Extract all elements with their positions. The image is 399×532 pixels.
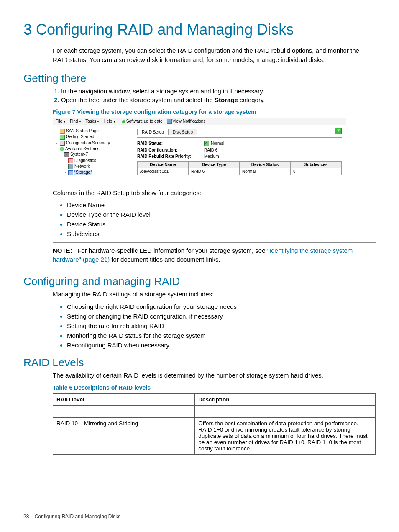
- main-panel: ? RAID Setup Disk Setup RAID Status:Norm…: [133, 125, 346, 182]
- status-dot-icon: [122, 120, 125, 123]
- tree-diagnostics[interactable]: Diagnostics: [68, 158, 131, 163]
- tree-network[interactable]: Network: [68, 164, 131, 169]
- tree-getting-started[interactable]: Getting Started: [60, 134, 131, 139]
- raid-levels-intro: The availability of certain RAID levels …: [53, 371, 376, 380]
- page-title: 3 Configuring RAID and Managing Disks: [23, 21, 376, 39]
- figure-7-screenshot: File ▾ Find ▾ Tasks ▾ Help ▾ Software up…: [53, 118, 346, 182]
- figure-7-caption: Figure 7 Viewing the storage configurati…: [53, 108, 376, 115]
- available-icon: [60, 147, 64, 151]
- device-table: Device Name Device Type Device Status Su…: [137, 161, 342, 175]
- summary-icon: [60, 141, 65, 146]
- raid-levels-table: RAID level Description RAID 10 – Mirrori…: [53, 393, 376, 455]
- table-row[interactable]: /dev/cciss/c0d1 RAID 6 Normal 8: [138, 168, 342, 175]
- section-raid-levels: RAID Levels: [23, 356, 376, 369]
- menu-file[interactable]: File ▾: [56, 119, 66, 123]
- tree-system-7[interactable]: System-7 Diagnostics Network Storage: [64, 152, 131, 175]
- menu-tasks[interactable]: Tasks ▾: [85, 119, 99, 123]
- col-device-name[interactable]: Device Name: [138, 161, 189, 168]
- system-icon: [64, 152, 69, 157]
- tree-available-systems[interactable]: Available Systems System-7 Diagnostics N…: [60, 146, 131, 175]
- col-device-status[interactable]: Device Status: [240, 161, 291, 168]
- raid-config-value: RAID 6: [204, 148, 217, 152]
- diagnostics-icon: [68, 158, 73, 163]
- help-icon[interactable]: ?: [335, 128, 342, 134]
- table-6-caption: Table 6 Descriptions of RAID levels: [53, 384, 376, 391]
- table-row: RAID 10 – Mirroring and Striping Offers …: [53, 417, 376, 454]
- list-item: Choosing the right RAID configuration fo…: [67, 303, 376, 310]
- raid-config-label: RAID Configuration:: [137, 148, 204, 152]
- network-icon: [68, 164, 73, 169]
- menu-help[interactable]: Help ▾: [104, 119, 115, 123]
- list-item: Setting the rate for rebuilding RAID: [67, 322, 376, 329]
- list-item: Subdevices: [67, 230, 376, 237]
- list-item: Device Status: [67, 221, 376, 228]
- nav-tree: SAN Status Page Getting Started Configur…: [53, 125, 133, 182]
- menu-find[interactable]: Find ▾: [70, 119, 81, 123]
- cell-subdevices: 8: [291, 168, 342, 175]
- note-text-a: For hardware-specific LED information fo…: [77, 247, 267, 254]
- tab-disk-setup[interactable]: Disk Setup: [168, 129, 197, 135]
- cell-device-status: Normal: [240, 168, 291, 175]
- cell-device-type: RAID 6: [189, 168, 240, 175]
- page-footer: 28 Configuring RAID and Managing Disks: [23, 514, 120, 519]
- note-label: NOTE:: [53, 247, 72, 254]
- section-configuring-raid: Configuring and managing RAID: [23, 275, 376, 288]
- view-notifications[interactable]: View Notifications: [167, 119, 206, 124]
- list-item: Monitoring the RAID status for the stora…: [67, 332, 376, 339]
- raid-priority-label: RAID Rebuild Rate Priority:: [137, 154, 204, 159]
- list-item: Setting or changing the RAID configurati…: [67, 313, 376, 320]
- tree-san-status[interactable]: SAN Status Page: [60, 129, 131, 134]
- getting-there-steps: In the navigation window, select a stora…: [53, 87, 376, 103]
- storage-icon: [68, 170, 73, 175]
- list-item: Device Name: [67, 201, 376, 208]
- raid-priority-value: Medium: [204, 154, 219, 159]
- cell-description: Offers the best combination of data prot…: [195, 417, 376, 454]
- col-raid-level: RAID level: [53, 393, 195, 405]
- raid-status-label: RAID Status:: [137, 141, 204, 146]
- table-row: [53, 405, 376, 417]
- configuring-intro: Managing the RAID settings of a storage …: [53, 290, 376, 299]
- section-getting-there: Getting there: [23, 72, 376, 85]
- list-item: Reconfiguring RAID when necessary: [67, 342, 376, 349]
- tab-raid-setup[interactable]: RAID Setup: [137, 129, 169, 135]
- intro-paragraph: For each storage system, you can select …: [53, 46, 376, 64]
- home-icon: [60, 129, 65, 134]
- tree-storage[interactable]: Storage: [68, 170, 131, 175]
- columns-list: Device Name Device Type or the RAID leve…: [53, 201, 376, 237]
- note-box: NOTE: For hardware-specific LED informat…: [53, 242, 376, 267]
- step-2-bold: Storage: [215, 96, 238, 103]
- configuring-list: Choosing the right RAID configuration fo…: [53, 303, 376, 349]
- software-status: Software up to date: [122, 119, 163, 123]
- page-number: 28: [23, 514, 29, 519]
- step-1: In the navigation window, select a stora…: [61, 87, 376, 95]
- col-device-type[interactable]: Device Type: [189, 161, 240, 168]
- notification-icon: [167, 119, 172, 124]
- menu-bar: File ▾ Find ▾ Tasks ▾ Help ▾ Software up…: [53, 118, 346, 125]
- columns-intro: Columns in the RAID Setup tab show four …: [53, 188, 376, 198]
- cell-device-name: /dev/cciss/c0d1: [138, 168, 189, 175]
- start-icon: [60, 135, 65, 140]
- note-text-b: for document titles and document links.: [110, 256, 220, 263]
- col-description: Description: [195, 393, 376, 405]
- col-subdevices[interactable]: Subdevices: [291, 161, 342, 168]
- footer-title: Configuring RAID and Managing Disks: [35, 514, 120, 519]
- cell-raid-level: RAID 10 – Mirroring and Striping: [53, 417, 195, 454]
- list-item: Device Type or the RAID level: [67, 211, 376, 218]
- step-2: Open the tree under the storage system a…: [61, 96, 376, 103]
- raid-status-value: Normal: [211, 141, 224, 146]
- tree-config-summary[interactable]: Configuration Summary: [60, 141, 131, 146]
- check-icon: [204, 141, 209, 146]
